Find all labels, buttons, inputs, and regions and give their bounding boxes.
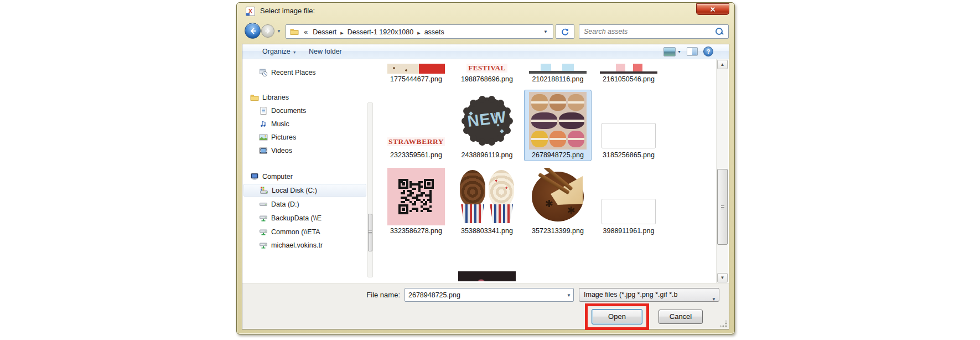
sidebar-item-label: Local Disk (C:): [272, 187, 317, 194]
organize-menu-button[interactable]: Organize▼: [258, 44, 301, 59]
file-tile-3988911961.png[interactable]: 3988911961.png: [595, 166, 662, 237]
sidebar-item-libraries[interactable]: Libraries: [243, 91, 366, 104]
file-list-scrollbar-thumb[interactable]: [717, 169, 728, 245]
file-tile-3572313399.png[interactable]: 3572313399.png: [524, 166, 592, 237]
videos-icon: [259, 146, 268, 155]
cancel-button[interactable]: Cancel: [658, 310, 703, 324]
file-thumbnail: [529, 92, 587, 150]
sidebar-item-computer[interactable]: Computer: [243, 170, 366, 183]
dialog-x-icon: X: [246, 7, 255, 16]
open-button[interactable]: Open: [592, 309, 642, 324]
libraries-icon: [250, 93, 259, 102]
network-drive-icon: [259, 214, 268, 223]
close-button[interactable]: [696, 3, 729, 15]
sidebar-item-label: Pictures: [271, 133, 296, 141]
sidebar-item-label: Data (D:): [271, 200, 299, 208]
chevron-down-icon: ▼: [712, 293, 716, 302]
breadcrumb-segment[interactable]: Dessert: [310, 27, 339, 37]
magnifier-icon[interactable]: [715, 28, 723, 35]
breadcrumb-segment[interactable]: assets: [422, 27, 447, 37]
breadcrumb-collapse[interactable]: «: [304, 28, 308, 36]
refresh-icon: [561, 27, 569, 36]
sidebar-scrollbar[interactable]: [367, 102, 373, 277]
pictures-icon: [259, 133, 268, 142]
file-type-dropdown[interactable]: Image files (*.jpg *.png *.gif *.b▼: [579, 288, 719, 302]
scrollbar-grip-icon: [369, 231, 372, 235]
sidebar-item-backupdata-e[interactable]: BackupData (\\E: [243, 212, 366, 224]
address-bar[interactable]: « Dessert▶Dessert-1 1920x1080▶assets ▼: [286, 24, 553, 39]
sidebar-item-documents[interactable]: Documents: [243, 104, 366, 117]
sidebar-item-recent-places[interactable]: Recent Places: [243, 66, 366, 79]
file-tile-3323586278.png[interactable]: 3323586278.png: [382, 166, 450, 237]
footer-bar: File name: ▼ Image files (*.jpg *.png *.…: [242, 283, 729, 329]
file-tile-2323359561.png[interactable]: STRAWBERRY2323359561.png: [382, 90, 450, 161]
sidebar-item-music[interactable]: Music: [243, 117, 366, 130]
scroll-up-icon[interactable]: ▲: [717, 60, 728, 69]
file-tile-3185256865.png[interactable]: 3185256865.png: [595, 90, 662, 161]
preview-pane-button[interactable]: [687, 47, 698, 56]
file-tile-2161050546.png[interactable]: 2161050546.png: [595, 61, 662, 85]
dialog-title: Select image file:: [260, 7, 315, 15]
file-tile-1775444677.png[interactable]: 1775444677.png: [382, 61, 450, 85]
file-name-combobox: ▼: [405, 288, 574, 302]
file-tile-1988768696.png[interactable]: FESTIVAL1988768696.png: [453, 61, 521, 85]
scrollbar-grip-icon: [721, 205, 724, 209]
file-list: 1775444677.pngFESTIVAL1988768696.png2102…: [381, 59, 713, 283]
file-tile-3538803341.png[interactable]: 3538803341.png: [453, 166, 521, 237]
file-name-label: 2323359561.png: [390, 151, 442, 159]
file-tile-2438896119.png[interactable]: NEWIN2438896119.png: [453, 90, 521, 161]
help-icon: ?: [703, 47, 713, 56]
sidebar-item-local-disk-c[interactable]: Local Disk (C:): [243, 184, 366, 197]
search-input[interactable]: [584, 25, 706, 38]
chevron-down-icon: ▼: [293, 50, 297, 54]
new-folder-button[interactable]: New folder: [304, 44, 346, 59]
sidebar-item-pictures[interactable]: Pictures: [243, 131, 366, 143]
folder-icon: [289, 27, 299, 36]
data-disk-icon: [259, 200, 268, 209]
resize-grip[interactable]: [720, 321, 727, 327]
sidebar-item-data-d[interactable]: Data (D:): [243, 198, 366, 210]
file-thumbnail: [387, 168, 445, 225]
scroll-down-icon[interactable]: ▼: [717, 273, 728, 282]
sidebar-item-label: Libraries: [262, 94, 289, 101]
file-thumbnail: [387, 64, 445, 74]
sidebar-item-michael-vokins-tr[interactable]: michael.vokins.tr: [243, 239, 366, 251]
sidebar-item-label: Computer: [262, 173, 293, 181]
file-name-input[interactable]: [408, 289, 558, 301]
back-button[interactable]: [245, 23, 261, 39]
recent-pages-chevron-icon[interactable]: ▼: [277, 29, 281, 34]
file-name-label: 2438896119.png: [462, 151, 513, 159]
help-button[interactable]: ?: [703, 47, 713, 56]
thumbnail-text: STRAWBERRY: [387, 137, 445, 146]
sidebar-item-common-eta[interactable]: Common (\\ETA: [243, 225, 366, 238]
breadcrumb-segment[interactable]: Dessert-1 1920x1080: [345, 27, 417, 37]
change-view-button[interactable]: ▼: [663, 47, 681, 56]
title-bar[interactable]: X Select image file:: [237, 3, 734, 19]
file-tile-2102188116.png[interactable]: 2102188116.png: [524, 61, 592, 85]
file-name-label: 3323586278.png: [390, 227, 442, 235]
file-thumbnail: [529, 168, 587, 225]
file-name-label: 3572313399.png: [532, 227, 584, 235]
network-drive-icon: [259, 228, 268, 236]
thumbnail-text: FESTIVAL: [466, 64, 507, 73]
local-disk-icon: [260, 186, 268, 195]
file-thumbnail: FESTIVAL: [458, 64, 516, 74]
file-thumbnail: [458, 168, 516, 225]
sidebar-item-label: BackupData (\\E: [271, 214, 322, 222]
file-name-label: 2102188116.png: [532, 75, 584, 83]
file-list-scrollbar[interactable]: ▲ ▼: [716, 59, 728, 283]
file-tile-partial[interactable]: [453, 269, 521, 283]
command-toolbar: Organize▼ New folder ▼ ?: [242, 44, 729, 59]
breadcrumb-separator-icon: ▶: [417, 31, 420, 35]
forward-button[interactable]: [261, 24, 274, 38]
sidebar-item-videos[interactable]: Videos: [243, 144, 366, 157]
file-name-dropdown-icon[interactable]: ▼: [567, 293, 571, 298]
file-name-label: 3538803341.png: [461, 227, 513, 235]
refresh-button[interactable]: [556, 24, 574, 39]
file-thumbnail: [529, 64, 587, 74]
music-icon: [259, 120, 268, 128]
address-dropdown-icon[interactable]: ▼: [541, 29, 551, 34]
sidebar-scrollbar-thumb[interactable]: [368, 214, 372, 251]
sidebar-item-label: Recent Places: [271, 69, 316, 76]
file-tile-2678948725.png[interactable]: 2678948725.png: [524, 90, 592, 161]
